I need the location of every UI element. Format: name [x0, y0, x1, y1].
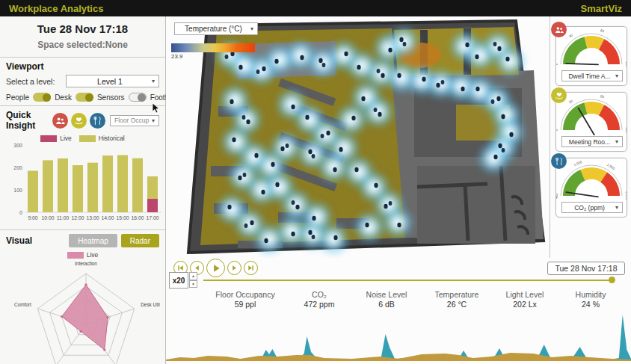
svg-text:16:00: 16:00	[131, 215, 144, 220]
overlay-metric-dropdown[interactable]: Temperature (°C) ▾	[174, 22, 258, 35]
area-series-live-activity	[166, 315, 631, 361]
chevron-down-icon: ▾	[615, 204, 618, 211]
quick-insight-section: Quick Insight Floor Occup... ▾ LiveHisto…	[0, 106, 165, 230]
insight-icon-group	[52, 113, 105, 129]
legend-label: Live	[60, 135, 72, 142]
chevron-down-icon: ▾	[250, 25, 253, 32]
current-datetime: Tue 28 Nov 17:18	[3, 22, 162, 35]
timeline-handle[interactable]	[609, 277, 615, 283]
bar-historical-11:00[interactable]	[58, 158, 68, 212]
gauge-dial: 03060100	[556, 27, 627, 70]
datetime-panel: Tue 28 Nov 17:18 Space selected:None	[0, 16, 165, 58]
bar-historical-16:00[interactable]	[132, 158, 143, 212]
visual-title: Visual	[6, 235, 65, 246]
metric-value: 59 ppl	[204, 300, 286, 309]
svg-text:9:00: 9:00	[28, 215, 37, 220]
toggle-knob	[43, 93, 51, 102]
svg-text:Comfort: Comfort	[14, 302, 31, 307]
gauge-metric-dropdown-value: Meeting Roo...	[566, 138, 613, 146]
svg-text:Desk Util: Desk Util	[141, 302, 160, 307]
toggle-knob	[85, 93, 93, 102]
svg-text:1,000: 1,000	[573, 160, 583, 167]
gauge-metric-dropdown[interactable]: Dwell Time A...▾	[561, 70, 623, 81]
play-button[interactable]	[206, 259, 225, 277]
live-legend-swatch	[67, 252, 84, 259]
svg-text:17:00: 17:00	[146, 215, 158, 220]
svg-text:60: 60	[600, 28, 605, 33]
bar-historical-13:00[interactable]	[87, 163, 98, 212]
gauge-card-2: 4001,0001,5002,000CO₂ (ppm)▾	[555, 158, 627, 218]
people-icon[interactable]	[52, 113, 68, 129]
step-forward-button[interactable]	[227, 261, 241, 275]
utensils-icon[interactable]	[90, 113, 105, 129]
gauge-metric-dropdown[interactable]: Meeting Roo...▾	[561, 136, 623, 147]
heart-hand-icon[interactable]	[71, 113, 87, 129]
bar-historical-9:00[interactable]	[28, 171, 38, 213]
svg-text:0: 0	[556, 129, 558, 131]
live-legend-label: Live	[87, 251, 99, 259]
main-panel: Temperature (°C) ▾ 23.9	[166, 16, 631, 364]
playback-controls: x20 ▲ ▼ Tue 28 Nov 17:18	[166, 258, 631, 290]
speed-decrease-button[interactable]: ▼	[189, 280, 197, 289]
heat-scale: 23.9	[171, 43, 255, 60]
level-dropdown[interactable]: Level 1 ▾	[66, 75, 159, 87]
gauge-dial: 4001,0001,5002,000	[556, 158, 627, 201]
select-level-label: Select a level:	[6, 77, 66, 86]
heatmap-button[interactable]: Heatmap	[69, 234, 117, 247]
metric-value: 24 %	[550, 300, 631, 309]
legend-label: Historical	[99, 135, 125, 142]
top-header-bar: Workplace Analytics SmartViz	[0, 0, 631, 16]
bar-historical-17:00[interactable]	[147, 176, 158, 199]
layer-toggles-row: PeopleDeskSensorsFootfall	[6, 93, 159, 102]
chevron-down-icon: ▾	[152, 78, 155, 84]
toggle-people[interactable]	[33, 93, 51, 102]
history-area-chart	[166, 309, 631, 363]
area-series-historical-baseline	[166, 353, 631, 361]
bar-historical-10:00[interactable]	[43, 160, 53, 212]
chevron-down-icon: ▾	[152, 117, 155, 124]
radar-chart: InteractionDesk UtilMeeting Room UtilLoa…	[6, 259, 165, 364]
toggle-desk[interactable]	[76, 93, 93, 102]
svg-text:200: 200	[13, 165, 22, 170]
svg-text:13:00: 13:00	[86, 215, 99, 220]
svg-text:2,000: 2,000	[625, 191, 627, 200]
gauge-metric-dropdown-value: CO₂ (ppm)	[566, 204, 613, 212]
legend-item-historical: Historical	[79, 135, 125, 142]
toggle-label-sensors: Sensors	[97, 93, 125, 102]
floorplan-viewport[interactable]: Temperature (°C) ▾ 23.9	[166, 16, 550, 258]
occupancy-bar-chart: 30020010009:0010:0011:0012:0013:0014:001…	[6, 142, 164, 223]
heat-scale-gradient	[171, 43, 255, 52]
toggle-sensors[interactable]	[129, 93, 147, 102]
people-icon	[551, 22, 567, 37]
skip-end-button[interactable]	[244, 261, 258, 275]
speed-increase-button[interactable]: ▲	[189, 272, 197, 280]
legend-swatch	[40, 135, 57, 142]
space-selected-label: Space selected:None	[3, 40, 162, 50]
overlay-metric-dropdown-value: Temperature (°C)	[179, 25, 248, 33]
sidebar: Tue 28 Nov 17:18 Space selected:None Vie…	[0, 16, 166, 364]
visual-section: Visual Heatmap Radar Live InteractionDes…	[0, 230, 165, 364]
svg-text:12:00: 12:00	[71, 215, 84, 220]
insight-metric-dropdown[interactable]: Floor Occup... ▾	[110, 115, 159, 126]
svg-text:300: 300	[13, 143, 22, 148]
brand-logo: SmartViz	[581, 3, 622, 14]
bar-live-17:00[interactable]	[147, 199, 158, 212]
svg-text:0: 0	[556, 63, 558, 65]
speed-value[interactable]: x20	[169, 272, 188, 289]
bar-historical-14:00[interactable]	[102, 155, 113, 212]
gauge-metric-dropdown[interactable]: CO₂ (ppm)▾	[561, 202, 623, 213]
utensils-icon	[551, 153, 567, 169]
svg-text:14:00: 14:00	[101, 215, 114, 220]
gauge-metric-dropdown-value: Dwell Time A...	[566, 73, 613, 80]
quick-insight-title: Quick Insight	[6, 110, 46, 131]
legend-swatch	[79, 135, 96, 142]
toggle-label-desk: Desk	[55, 93, 72, 102]
timeline-track[interactable]	[203, 280, 613, 281]
bar-historical-15:00[interactable]	[117, 155, 128, 213]
gauge-dial: 03060100	[556, 93, 627, 135]
gauges-rail: 03060100Dwell Time A...▾03060100Meeting …	[551, 16, 631, 241]
radar-button[interactable]: Radar	[121, 234, 159, 247]
bar-historical-12:00[interactable]	[73, 165, 83, 212]
svg-text:11:00: 11:00	[57, 215, 70, 220]
radar-chart-legend: Live	[6, 251, 159, 259]
